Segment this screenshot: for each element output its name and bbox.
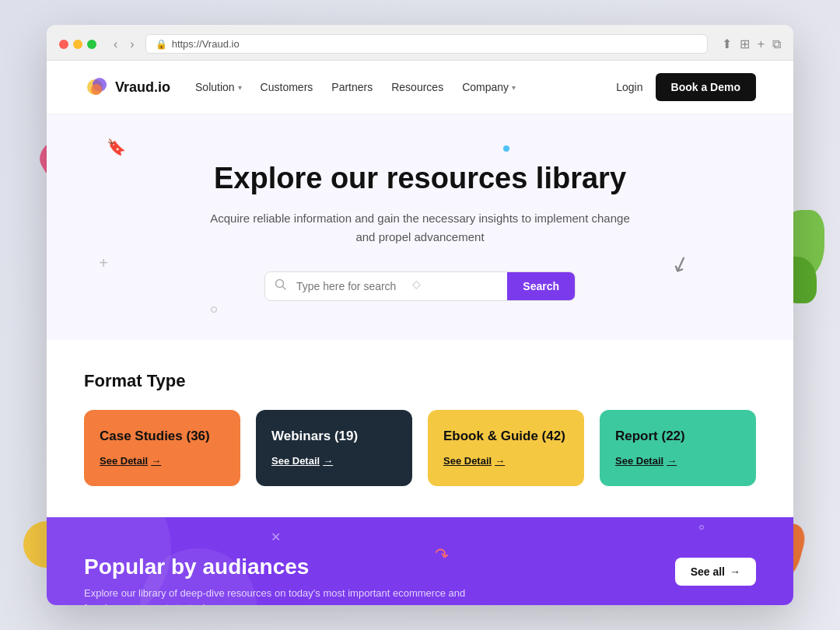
- popular-section-title: Popular by audiances: [84, 555, 473, 579]
- hero-subtitle: Acquire reliable information and gain th…: [202, 209, 638, 247]
- popular-section: ✕ ↷ Popular by audiances Explore our lib…: [47, 517, 793, 605]
- browser-forward-button[interactable]: ›: [127, 36, 137, 53]
- format-card-webinars-title: Webinars (19): [271, 429, 397, 444]
- search-input[interactable]: [296, 272, 507, 300]
- traffic-light-maximize[interactable]: [87, 40, 96, 49]
- traffic-lights: [59, 40, 96, 49]
- arrow-right-icon: →: [730, 565, 740, 578]
- format-card-case-studies-link[interactable]: See Detail →: [100, 455, 161, 467]
- traffic-light-close[interactable]: [59, 40, 68, 49]
- arrow-right-icon: →: [323, 455, 333, 467]
- format-card-ebook-link[interactable]: See Detail →: [443, 455, 505, 467]
- format-type-section: Format Type Case Studies (36) See Detail…: [47, 340, 793, 517]
- address-bar[interactable]: 🔒 https://Vraud.io: [145, 34, 708, 54]
- see-all-button[interactable]: See all →: [675, 558, 756, 586]
- url-text: https://Vraud.io: [172, 38, 240, 50]
- format-card-webinars-link[interactable]: See Detail →: [271, 455, 333, 467]
- nav-link-resources[interactable]: Resources: [391, 81, 443, 93]
- hero-bookmark-icon: 🔖: [107, 138, 126, 156]
- website-content: Vraud.io Solution ▾ Customers Partners R…: [47, 61, 793, 605]
- pop-circle-decoration: [699, 525, 704, 530]
- format-cards-grid: Case Studies (36) See Detail → Webinars …: [84, 410, 756, 486]
- chevron-down-icon: ▾: [238, 83, 242, 92]
- hero-title: Explore our resources library: [84, 161, 756, 197]
- arrow-right-icon: →: [151, 455, 161, 467]
- arrow-right-icon: →: [667, 455, 677, 467]
- hero-diamond-decoration: ◇: [412, 278, 421, 290]
- hero-section: 🔖 + ◇ ↙ Explore our resources library Ac…: [47, 114, 793, 340]
- format-card-report-link[interactable]: See Detail →: [615, 455, 677, 467]
- login-button[interactable]: Login: [616, 81, 642, 93]
- traffic-light-minimize[interactable]: [73, 40, 82, 49]
- svg-point-2: [91, 84, 102, 95]
- tabs-icon[interactable]: ⧉: [772, 37, 781, 51]
- svg-line-4: [283, 286, 286, 289]
- search-button[interactable]: Search: [507, 272, 575, 300]
- browser-nav: ‹ ›: [110, 36, 138, 53]
- pop-cross-decoration: ✕: [271, 530, 281, 544]
- nav-link-solution[interactable]: Solution ▾: [195, 81, 242, 93]
- format-card-case-studies[interactable]: Case Studies (36) See Detail →: [84, 410, 240, 486]
- format-section-title: Format Type: [84, 371, 756, 391]
- popular-section-subtitle: Explore our library of deep-dive resourc…: [84, 586, 473, 605]
- browser-chrome: ‹ › 🔒 https://Vraud.io ⬆ ⊞ + ⧉: [47, 25, 793, 61]
- browser-window: ‹ › 🔒 https://Vraud.io ⬆ ⊞ + ⧉: [47, 25, 793, 605]
- share-icon[interactable]: ⬆: [722, 37, 732, 51]
- nav-links: Solution ▾ Customers Partners Resources …: [195, 81, 616, 93]
- lock-icon: 🔒: [156, 39, 167, 50]
- format-card-webinars[interactable]: Webinars (19) See Detail →: [256, 410, 412, 486]
- main-navigation: Vraud.io Solution ▾ Customers Partners R…: [47, 61, 793, 114]
- hero-dot-decoration: [503, 145, 509, 152]
- format-card-report[interactable]: Report (22) See Detail →: [600, 410, 756, 486]
- nav-link-company[interactable]: Company ▾: [462, 81, 516, 93]
- format-card-report-title: Report (22): [615, 429, 740, 444]
- popular-header: Popular by audiances Explore our library…: [84, 555, 756, 605]
- arrow-right-icon: →: [495, 455, 505, 467]
- logo-icon: [84, 75, 109, 100]
- format-card-ebook-title: Ebook & Guide (42): [443, 429, 569, 444]
- browser-back-button[interactable]: ‹: [110, 36, 121, 53]
- hero-plus-decoration: +: [99, 254, 108, 272]
- nav-link-partners[interactable]: Partners: [331, 81, 373, 93]
- browser-actions: ⬆ ⊞ + ⧉: [722, 37, 781, 51]
- format-card-case-studies-title: Case Studies (36): [100, 429, 225, 444]
- new-tab-icon[interactable]: +: [758, 37, 765, 51]
- format-card-ebook[interactable]: Ebook & Guide (42) See Detail →: [428, 410, 584, 486]
- search-icon: [265, 278, 296, 294]
- chevron-down-icon-company: ▾: [512, 83, 516, 92]
- nav-link-customers[interactable]: Customers: [261, 81, 313, 93]
- book-demo-button[interactable]: Book a Demo: [656, 73, 756, 101]
- hero-circle-decoration: [211, 306, 217, 313]
- nav-actions: Login Book a Demo: [616, 73, 756, 101]
- hero-arrow-decoration: ↙: [667, 249, 693, 279]
- bookmarks-icon[interactable]: ⊞: [740, 37, 750, 51]
- logo-link[interactable]: Vraud.io: [84, 75, 170, 100]
- logo-text: Vraud.io: [115, 79, 170, 96]
